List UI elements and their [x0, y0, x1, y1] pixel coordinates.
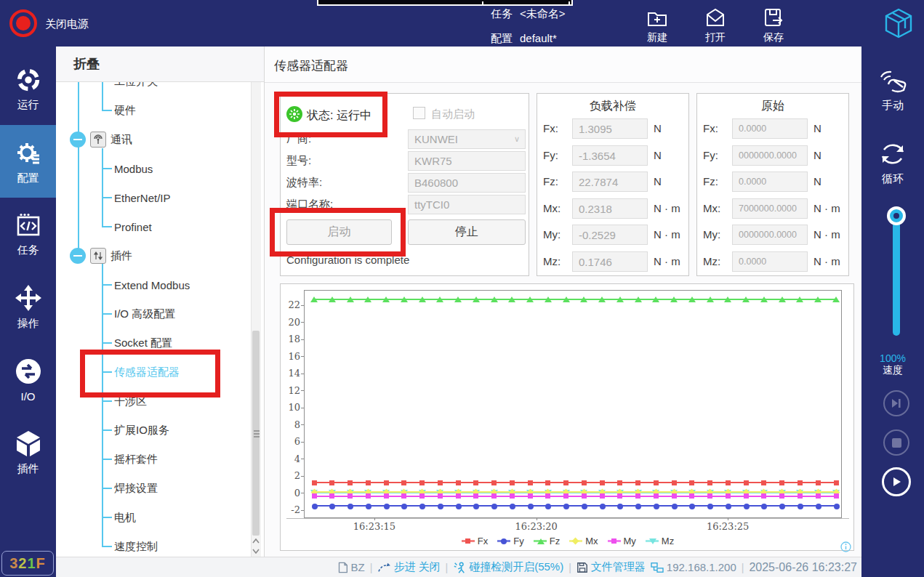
- field-input[interactable]: B460800: [408, 173, 526, 193]
- field-input[interactable]: ttyTCI0: [408, 195, 526, 214]
- data-point-marker: [779, 504, 785, 509]
- speed-slider-handle[interactable]: [887, 206, 906, 225]
- tree-item-Socket 配置[interactable]: Socket 配置: [114, 334, 172, 352]
- tree-node-通讯[interactable]: 通讯: [111, 131, 132, 148]
- collision-detection-toggle[interactable]: 碰撞检测开启(55%): [453, 560, 563, 574]
- tree-scrollbar-thumb[interactable]: [252, 331, 260, 536]
- tree-header[interactable]: 折叠: [56, 47, 264, 82]
- field-input[interactable]: KWR75: [408, 151, 526, 171]
- force-value-field[interactable]: 0.0000: [732, 251, 808, 272]
- tree-item-摇杆套件[interactable]: 摇杆套件: [114, 451, 158, 468]
- legend-swatch: [497, 538, 510, 544]
- tree-item-Modbus[interactable]: Modbus: [114, 160, 153, 177]
- stop-playback-button[interactable]: [883, 429, 909, 456]
- step-next-button[interactable]: [883, 390, 909, 416]
- file-manager-button[interactable]: 文件管理器: [577, 560, 646, 574]
- manual-mode-button[interactable]: [877, 70, 909, 102]
- badge-char: 2: [18, 555, 27, 572]
- force-value-field[interactable]: 0000000.0000: [732, 225, 808, 245]
- play-button[interactable]: [882, 467, 911, 496]
- speed-slider-track[interactable]: [893, 216, 900, 336]
- nav-item-task[interactable]: 任务: [0, 198, 56, 270]
- field-value: B460800: [414, 177, 458, 189]
- tree-item-传感器适配器[interactable]: 传感器适配器: [114, 363, 180, 381]
- legend-label: Fz: [550, 536, 560, 546]
- info-icon[interactable]: [840, 541, 851, 552]
- nav-item-config[interactable]: 配置: [0, 125, 56, 198]
- force-value-field[interactable]: 22.7874: [572, 172, 648, 192]
- start-button[interactable]: 启动: [286, 219, 392, 245]
- tree-item-EtherNet/IP[interactable]: EtherNet/IP: [114, 189, 171, 206]
- tree-connector-line: [102, 546, 112, 547]
- tree-collapse-button[interactable]: [70, 248, 86, 264]
- force-value-field[interactable]: -0.2529: [572, 225, 648, 245]
- tree-item-Profinet[interactable]: Profinet: [114, 218, 152, 235]
- scroll-down-button[interactable]: [251, 546, 260, 556]
- force-chart-panel: 16:23:1516:23:2016:23:25 FxFyFzMxMyMz -2…: [280, 283, 854, 551]
- scroll-up-button[interactable]: [251, 536, 260, 546]
- autostart-checkbox[interactable]: [413, 107, 425, 119]
- data-point-marker: [834, 504, 840, 509]
- autostart-label: 自动启动: [431, 108, 475, 121]
- tree-item-干涉区[interactable]: 干涉区: [114, 392, 147, 410]
- separator: |: [370, 562, 373, 573]
- stop-button[interactable]: 停止: [408, 219, 526, 245]
- cycle-mode-button[interactable]: [877, 138, 909, 173]
- save-icon: [762, 7, 785, 30]
- step-arrow-icon: [377, 562, 390, 573]
- force-value-field[interactable]: 1.3095: [572, 118, 648, 139]
- tree-connector-line: [102, 371, 112, 373]
- power-button[interactable]: [9, 9, 37, 37]
- gear-icon: [14, 138, 43, 167]
- save-button[interactable]: 保存: [762, 7, 785, 44]
- nav-item-run[interactable]: 运行: [0, 52, 56, 125]
- bz-indicator[interactable]: BZ: [337, 561, 365, 574]
- status-running-icon: [286, 106, 302, 122]
- vendor-select[interactable]: KUNWEI∨: [408, 129, 526, 149]
- power-icon: [16, 16, 31, 31]
- force-value-field[interactable]: 0.0000: [732, 118, 808, 139]
- nav-item-plugin[interactable]: 插件: [0, 416, 56, 488]
- tree-connector-line: [102, 459, 112, 460]
- force-value-field[interactable]: 0.1746: [572, 251, 648, 272]
- tree-item-Extend Modbus[interactable]: Extend Modbus: [114, 276, 190, 294]
- force-value-field[interactable]: -1.3654: [572, 145, 648, 166]
- status-badge-321f: 321F: [1, 551, 54, 576]
- tree-item-焊接设置[interactable]: 焊接设置: [114, 480, 158, 497]
- tree-collapse-button[interactable]: [70, 132, 86, 148]
- tree-item-扩展IO服务[interactable]: 扩展IO服务: [114, 421, 169, 439]
- tree-item-硬件[interactable]: 硬件: [114, 102, 136, 119]
- open-button-label: 打开: [705, 31, 726, 44]
- force-unit: N: [654, 149, 662, 161]
- tree-item-I/O 高级配置[interactable]: I/O 高级配置: [114, 305, 175, 323]
- tree-item-label: EtherNet/IP: [114, 192, 171, 204]
- force-value-field[interactable]: 0.2318: [572, 198, 648, 219]
- tree-item-电机[interactable]: 电机: [114, 509, 136, 526]
- open-file-icon: [704, 7, 727, 30]
- y-tick-mark: [301, 510, 304, 511]
- nav-item-operate[interactable]: 操作: [0, 270, 56, 343]
- page-icon: [337, 561, 348, 574]
- tree-item-速度控制[interactable]: 速度控制: [114, 538, 158, 555]
- force-value-field[interactable]: 0.0000: [732, 172, 808, 192]
- force-unit: N: [813, 122, 821, 134]
- force-value: 1.3095: [579, 123, 612, 135]
- legend-label: Fx: [478, 536, 488, 546]
- tree-item-label: Extend Modbus: [114, 279, 190, 291]
- data-point-marker: [401, 504, 407, 509]
- open-button[interactable]: 打开: [704, 7, 727, 44]
- stop-icon: [892, 438, 901, 448]
- nav-item-label: 插件: [17, 462, 39, 476]
- tree-node-插件[interactable]: 插件: [111, 247, 132, 265]
- force-value-field[interactable]: 0000000.0000: [732, 145, 808, 166]
- network-icon: [651, 562, 664, 573]
- tree-header-label: 折叠: [73, 55, 100, 73]
- y-tick-mark: [301, 408, 304, 408]
- badge-char: 3: [9, 555, 18, 572]
- separator: |: [742, 562, 744, 573]
- tree-connector-line: [102, 517, 112, 518]
- nav-item-io[interactable]: I/O: [0, 343, 56, 416]
- new-button[interactable]: 新建: [646, 7, 669, 44]
- step-mode-toggle[interactable]: 步进 关闭: [377, 560, 440, 574]
- force-value-field[interactable]: 7000000.0000: [732, 198, 808, 219]
